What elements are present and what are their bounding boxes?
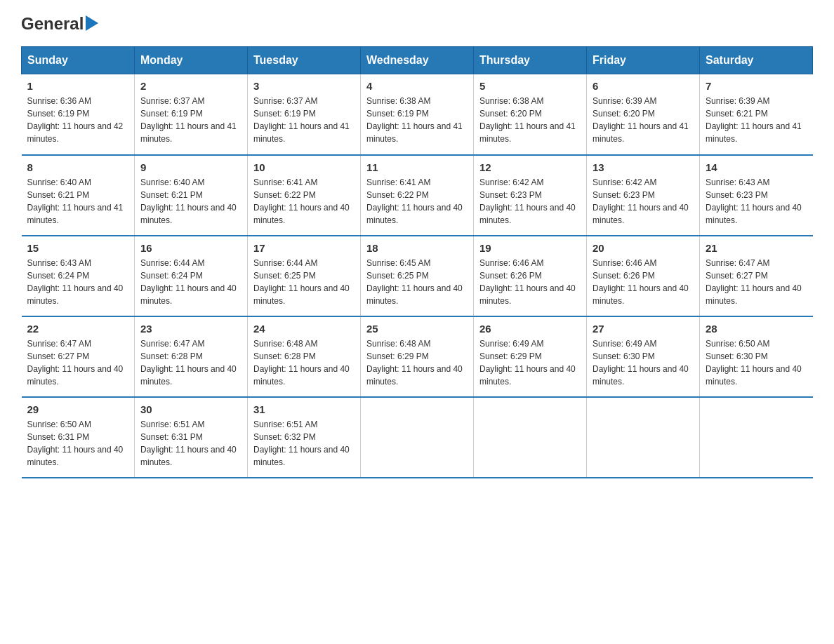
daylight-label: Daylight: 11 hours and 40 minutes. (27, 445, 124, 467)
day-number: 24 (253, 323, 355, 335)
calendar-cell: 20 Sunrise: 6:46 AM Sunset: 6:26 PM Dayl… (587, 236, 700, 316)
day-number: 9 (140, 161, 241, 173)
day-number: 8 (27, 161, 129, 173)
calendar-cell: 22 Sunrise: 6:47 AM Sunset: 6:27 PM Dayl… (22, 316, 135, 397)
sunrise-label: Sunrise: 6:44 AM (253, 258, 317, 268)
logo-general-text: General (21, 14, 84, 34)
sunrise-label: Sunrise: 6:49 AM (593, 339, 656, 349)
header-wednesday: Wednesday (361, 47, 474, 74)
sunrise-label: Sunrise: 6:42 AM (479, 177, 543, 187)
logo: General (21, 14, 98, 34)
daylight-label: Daylight: 11 hours and 40 minutes. (140, 203, 237, 225)
day-number: 20 (593, 242, 694, 254)
day-number: 27 (593, 323, 694, 335)
sunrise-label: Sunrise: 6:50 AM (27, 420, 91, 429)
calendar-cell: 13 Sunrise: 6:42 AM Sunset: 6:23 PM Dayl… (587, 155, 700, 236)
day-number: 5 (479, 80, 581, 92)
calendar-cell: 29 Sunrise: 6:50 AM Sunset: 6:31 PM Dayl… (22, 397, 135, 478)
sunrise-label: Sunrise: 6:42 AM (593, 177, 656, 187)
sunset-label: Sunset: 6:22 PM (366, 190, 429, 200)
day-info: Sunrise: 6:46 AM Sunset: 6:26 PM Dayligh… (593, 257, 694, 307)
calendar-cell: 12 Sunrise: 6:42 AM Sunset: 6:23 PM Dayl… (474, 155, 587, 236)
sunset-label: Sunset: 6:19 PM (27, 109, 90, 119)
calendar-cell: 15 Sunrise: 6:43 AM Sunset: 6:24 PM Dayl… (22, 236, 135, 316)
sunset-label: Sunset: 6:21 PM (706, 109, 768, 119)
sunset-label: Sunset: 6:28 PM (140, 351, 203, 361)
sunset-label: Sunset: 6:20 PM (593, 109, 655, 119)
day-number: 30 (140, 403, 241, 415)
daylight-label: Daylight: 11 hours and 42 minutes. (27, 121, 124, 144)
page-header: General (21, 14, 813, 34)
sunrise-label: Sunrise: 6:47 AM (706, 258, 769, 268)
logo-arrow-icon (86, 15, 98, 31)
sunrise-label: Sunrise: 6:44 AM (140, 258, 204, 268)
sunrise-label: Sunrise: 6:46 AM (479, 258, 543, 268)
sunrise-label: Sunrise: 6:37 AM (253, 96, 317, 106)
daylight-label: Daylight: 11 hours and 40 minutes. (253, 364, 350, 387)
sunset-label: Sunset: 6:27 PM (706, 271, 768, 281)
calendar-cell: 26 Sunrise: 6:49 AM Sunset: 6:29 PM Dayl… (474, 316, 587, 397)
sunset-label: Sunset: 6:25 PM (253, 271, 316, 281)
day-number: 31 (253, 403, 355, 415)
sunset-label: Sunset: 6:21 PM (27, 190, 90, 200)
sunset-label: Sunset: 6:23 PM (593, 190, 655, 200)
sunset-label: Sunset: 6:19 PM (253, 109, 316, 119)
sunrise-label: Sunrise: 6:45 AM (366, 258, 430, 268)
calendar-cell (474, 397, 587, 478)
day-info: Sunrise: 6:50 AM Sunset: 6:31 PM Dayligh… (27, 418, 129, 469)
sunrise-label: Sunrise: 6:39 AM (593, 96, 656, 106)
daylight-label: Daylight: 11 hours and 40 minutes. (140, 445, 237, 467)
day-number: 22 (27, 323, 129, 335)
day-number: 6 (593, 80, 694, 92)
day-info: Sunrise: 6:49 AM Sunset: 6:30 PM Dayligh… (593, 337, 694, 388)
day-info: Sunrise: 6:41 AM Sunset: 6:22 PM Dayligh… (366, 176, 468, 227)
sunset-label: Sunset: 6:31 PM (140, 432, 203, 442)
sunrise-label: Sunrise: 6:43 AM (706, 177, 769, 187)
calendar-cell: 21 Sunrise: 6:47 AM Sunset: 6:27 PM Dayl… (700, 236, 813, 316)
sunset-label: Sunset: 6:19 PM (366, 109, 429, 119)
sunset-label: Sunset: 6:29 PM (479, 351, 542, 361)
sunset-label: Sunset: 6:32 PM (253, 432, 316, 442)
day-info: Sunrise: 6:51 AM Sunset: 6:31 PM Dayligh… (140, 418, 241, 469)
day-info: Sunrise: 6:48 AM Sunset: 6:28 PM Dayligh… (253, 337, 355, 388)
sunset-label: Sunset: 6:27 PM (27, 351, 90, 361)
daylight-label: Daylight: 11 hours and 40 minutes. (479, 364, 576, 387)
calendar-cell: 1 Sunrise: 6:36 AM Sunset: 6:19 PM Dayli… (22, 74, 135, 155)
calendar-cell: 27 Sunrise: 6:49 AM Sunset: 6:30 PM Dayl… (587, 316, 700, 397)
sunset-label: Sunset: 6:25 PM (366, 271, 429, 281)
calendar-cell: 6 Sunrise: 6:39 AM Sunset: 6:20 PM Dayli… (587, 74, 700, 155)
day-info: Sunrise: 6:39 AM Sunset: 6:21 PM Dayligh… (706, 95, 807, 145)
sunrise-label: Sunrise: 6:39 AM (706, 96, 769, 106)
day-number: 16 (140, 242, 241, 254)
calendar-cell: 5 Sunrise: 6:38 AM Sunset: 6:20 PM Dayli… (474, 74, 587, 155)
sunset-label: Sunset: 6:23 PM (706, 190, 768, 200)
sunrise-label: Sunrise: 6:47 AM (27, 339, 91, 349)
daylight-label: Daylight: 11 hours and 41 minutes. (253, 121, 350, 144)
day-info: Sunrise: 6:37 AM Sunset: 6:19 PM Dayligh… (140, 95, 241, 145)
sunrise-label: Sunrise: 6:47 AM (140, 339, 204, 349)
header-tuesday: Tuesday (248, 47, 361, 74)
day-info: Sunrise: 6:40 AM Sunset: 6:21 PM Dayligh… (140, 176, 241, 227)
daylight-label: Daylight: 11 hours and 40 minutes. (366, 364, 463, 387)
sunrise-label: Sunrise: 6:46 AM (593, 258, 656, 268)
calendar-cell: 25 Sunrise: 6:48 AM Sunset: 6:29 PM Dayl… (361, 316, 474, 397)
sunrise-label: Sunrise: 6:51 AM (253, 420, 317, 429)
calendar-cell: 19 Sunrise: 6:46 AM Sunset: 6:26 PM Dayl… (474, 236, 587, 316)
sunrise-label: Sunrise: 6:38 AM (366, 96, 430, 106)
sunset-label: Sunset: 6:30 PM (706, 351, 768, 361)
sunset-label: Sunset: 6:23 PM (479, 190, 542, 200)
day-info: Sunrise: 6:40 AM Sunset: 6:21 PM Dayligh… (27, 176, 129, 227)
sunset-label: Sunset: 6:31 PM (27, 432, 90, 442)
week-row-5: 29 Sunrise: 6:50 AM Sunset: 6:31 PM Dayl… (22, 397, 813, 478)
day-number: 29 (27, 403, 129, 415)
calendar-cell: 3 Sunrise: 6:37 AM Sunset: 6:19 PM Dayli… (248, 74, 361, 155)
sunset-label: Sunset: 6:19 PM (140, 109, 203, 119)
sunrise-label: Sunrise: 6:38 AM (479, 96, 543, 106)
day-number: 25 (366, 323, 468, 335)
sunset-label: Sunset: 6:21 PM (140, 190, 203, 200)
day-number: 28 (706, 323, 807, 335)
sunset-label: Sunset: 6:28 PM (253, 351, 316, 361)
day-number: 14 (706, 161, 807, 173)
day-number: 7 (706, 80, 807, 92)
sunset-label: Sunset: 6:26 PM (479, 271, 542, 281)
